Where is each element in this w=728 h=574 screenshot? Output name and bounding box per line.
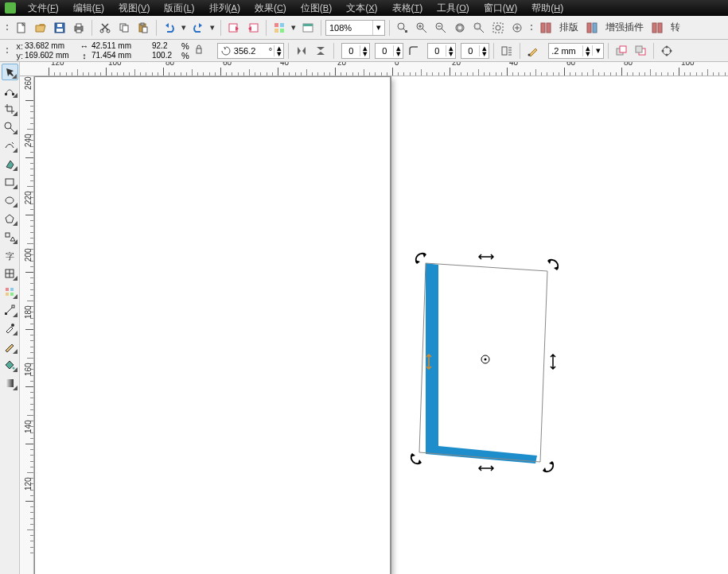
smart-fill-tool[interactable] bbox=[2, 155, 18, 172]
welcome-button[interactable] bbox=[299, 19, 317, 37]
rotation-field[interactable]: ° ▴▾ bbox=[217, 43, 284, 59]
paiban-icon[interactable] bbox=[537, 19, 555, 37]
rotation-input[interactable] bbox=[234, 44, 267, 58]
spinner-2[interactable]: ▴▾ bbox=[375, 43, 403, 59]
rotate-handle-tr[interactable] bbox=[545, 258, 559, 273]
grip-icon[interactable] bbox=[5, 42, 10, 60]
rotate-handle-bl[interactable] bbox=[410, 451, 424, 465]
rotate-handle-tl[interactable] bbox=[415, 252, 429, 266]
zoom-tool[interactable] bbox=[2, 118, 18, 135]
interactive-tool[interactable] bbox=[2, 301, 18, 318]
undo-dropdown[interactable]: ▾ bbox=[180, 19, 188, 37]
grip-icon[interactable] bbox=[5, 19, 10, 37]
crop-tool[interactable] bbox=[2, 100, 18, 117]
zoom-out-button[interactable] bbox=[432, 19, 450, 37]
mirror-h-button[interactable] bbox=[293, 42, 310, 60]
outline-width-input[interactable] bbox=[549, 44, 582, 58]
drawing-canvas[interactable] bbox=[34, 76, 728, 574]
mirror-v-button[interactable] bbox=[312, 42, 329, 60]
zoom-page-button[interactable] bbox=[470, 19, 488, 37]
zoom-level-combo[interactable]: ▾ bbox=[325, 20, 385, 36]
zoom-in-button[interactable] bbox=[413, 19, 430, 37]
menu-a[interactable]: 排列(A) bbox=[202, 0, 247, 16]
convert-label[interactable]: 转 bbox=[668, 21, 683, 34]
menu-v[interactable]: 视图(V) bbox=[111, 0, 157, 16]
redo-dropdown[interactable]: ▾ bbox=[208, 19, 216, 37]
app-launcher-dropdown[interactable]: ▾ bbox=[290, 19, 298, 37]
convert-icon[interactable] bbox=[648, 19, 666, 37]
fill-tool[interactable] bbox=[2, 356, 18, 373]
freehand-tool[interactable] bbox=[2, 137, 18, 153]
zoom-selection-button[interactable] bbox=[489, 19, 507, 37]
to-back-button[interactable] bbox=[632, 42, 649, 60]
skew-handle-bottom[interactable] bbox=[478, 463, 494, 473]
menu-o[interactable]: 工具(O) bbox=[430, 0, 477, 16]
menu-h[interactable]: 帮助(H) bbox=[524, 0, 570, 16]
grip-icon[interactable] bbox=[529, 19, 534, 37]
app-launcher-button[interactable] bbox=[271, 19, 288, 37]
zoom-all-button[interactable] bbox=[508, 19, 526, 37]
wrap-text-button[interactable] bbox=[498, 42, 516, 60]
menu-w[interactable]: 窗口(W) bbox=[477, 0, 524, 16]
corner-style-button[interactable] bbox=[405, 42, 422, 60]
outline-width-combo[interactable]: ▴▾ ▾ bbox=[548, 43, 604, 59]
menu-b[interactable]: 位图(B) bbox=[294, 0, 339, 16]
polygon-tool[interactable] bbox=[2, 210, 18, 227]
skew-handle-right[interactable] bbox=[548, 354, 558, 370]
eyedropper-tool[interactable] bbox=[2, 320, 18, 336]
basic-shapes-tool[interactable] bbox=[2, 228, 18, 245]
plugin-label[interactable]: 增强插件 bbox=[602, 21, 647, 34]
paiban-label[interactable]: 排版 bbox=[556, 21, 582, 34]
scale-y-input[interactable] bbox=[152, 51, 179, 60]
paste-button[interactable] bbox=[134, 19, 152, 37]
chevron-down-icon[interactable]: ▾ bbox=[372, 21, 384, 35]
menu-l[interactable]: 版面(L) bbox=[157, 0, 201, 16]
table-tool[interactable] bbox=[2, 265, 18, 281]
undo-button[interactable] bbox=[161, 19, 178, 37]
snap-button[interactable] bbox=[394, 19, 411, 37]
skew-handle-left[interactable] bbox=[424, 354, 434, 370]
selected-object[interactable] bbox=[416, 247, 559, 470]
interactive-fill-tool[interactable] bbox=[2, 374, 18, 391]
menu-f[interactable]: 文件(F) bbox=[21, 0, 66, 16]
spinner-3[interactable]: ▴▾ bbox=[427, 43, 456, 59]
outline-tool[interactable] bbox=[2, 338, 18, 355]
rotation-center-icon[interactable] bbox=[480, 354, 491, 365]
pick-tool[interactable] bbox=[2, 64, 18, 80]
rotate-handle-br[interactable] bbox=[540, 459, 555, 473]
new-button[interactable] bbox=[13, 19, 30, 37]
spinner-4[interactable]: ▴▾ bbox=[461, 43, 489, 59]
lock-ratio-button[interactable] bbox=[193, 42, 204, 60]
ellipse-tool[interactable] bbox=[2, 192, 18, 208]
cut-button[interactable] bbox=[96, 19, 114, 37]
redo-button[interactable] bbox=[189, 19, 207, 37]
width-input[interactable] bbox=[91, 41, 136, 51]
plugin-icon[interactable] bbox=[583, 19, 601, 37]
save-button[interactable] bbox=[51, 19, 68, 37]
zoom-input[interactable] bbox=[326, 21, 372, 35]
open-button[interactable] bbox=[32, 19, 49, 37]
y-input[interactable] bbox=[25, 51, 71, 60]
rotation-spinner[interactable]: ▴▾ bbox=[274, 45, 283, 56]
menu-x[interactable]: 文本(X) bbox=[339, 0, 384, 16]
x-input[interactable] bbox=[25, 41, 71, 51]
dimension-tool[interactable] bbox=[2, 283, 18, 300]
menu-e[interactable]: 编辑(E) bbox=[66, 0, 111, 16]
copy-button[interactable] bbox=[115, 19, 133, 37]
menu-t[interactable]: 表格(T) bbox=[385, 0, 430, 16]
spinner-1[interactable]: ▴▾ bbox=[341, 43, 370, 59]
skew-handle-top[interactable] bbox=[478, 252, 494, 262]
horizontal-ruler[interactable]: 12010080604020020406080100 bbox=[20, 62, 728, 76]
chevron-down-icon[interactable]: ▾ bbox=[592, 45, 603, 56]
rectangle-tool[interactable] bbox=[2, 173, 18, 190]
height-input[interactable] bbox=[91, 51, 136, 60]
to-front-button[interactable] bbox=[613, 42, 630, 60]
menu-c[interactable]: 效果(C) bbox=[247, 0, 294, 16]
convert-curves-button[interactable] bbox=[658, 42, 675, 60]
print-button[interactable] bbox=[70, 19, 88, 37]
shape-tool[interactable] bbox=[2, 82, 18, 99]
zoom-fit-button[interactable] bbox=[451, 19, 469, 37]
vertical-ruler[interactable]: 260240220200180160140120 bbox=[20, 76, 34, 574]
import-button[interactable] bbox=[225, 19, 243, 37]
export-button[interactable] bbox=[244, 19, 262, 37]
